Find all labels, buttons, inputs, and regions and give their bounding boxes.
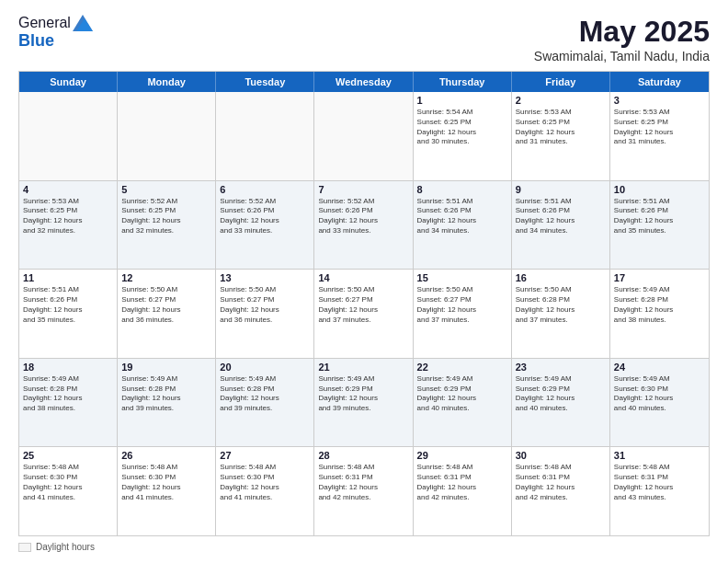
calendar-cell: 21Sunrise: 5:49 AM Sunset: 6:29 PM Dayli… [314, 359, 413, 447]
calendar-cell: 8Sunrise: 5:51 AM Sunset: 6:26 PM Daylig… [414, 181, 512, 270]
day-number: 29 [417, 450, 507, 461]
day-number: 24 [614, 362, 705, 373]
cell-info: Sunrise: 5:51 AM Sunset: 6:26 PM Dayligh… [417, 197, 507, 236]
day-number: 21 [318, 362, 408, 373]
day-number: 14 [318, 272, 408, 283]
page: General Blue May 2025 Swamimalai, Tamil … [0, 0, 728, 563]
cell-info: Sunrise: 5:50 AM Sunset: 6:27 PM Dayligh… [318, 285, 408, 325]
cell-info: Sunrise: 5:53 AM Sunset: 6:25 PM Dayligh… [614, 108, 705, 147]
calendar: Sunday Monday Tuesday Wednesday Thursday… [18, 71, 710, 536]
cell-info: Sunrise: 5:54 AM Sunset: 6:25 PM Dayligh… [417, 108, 507, 147]
day-number: 26 [121, 450, 211, 461]
cell-info: Sunrise: 5:48 AM Sunset: 6:30 PM Dayligh… [121, 463, 211, 502]
cell-info: Sunrise: 5:49 AM Sunset: 6:30 PM Dayligh… [614, 374, 705, 414]
cell-info: Sunrise: 5:49 AM Sunset: 6:28 PM Dayligh… [121, 374, 211, 414]
calendar-cell: 9Sunrise: 5:51 AM Sunset: 6:26 PM Daylig… [512, 181, 610, 270]
calendar-cell [19, 92, 118, 180]
calendar-body: 1Sunrise: 5:54 AM Sunset: 6:25 PM Daylig… [19, 92, 709, 535]
cell-info: Sunrise: 5:51 AM Sunset: 6:26 PM Dayligh… [23, 285, 113, 325]
calendar-row-2: 4Sunrise: 5:53 AM Sunset: 6:25 PM Daylig… [19, 181, 709, 270]
day-number: 10 [614, 184, 705, 195]
cell-info: Sunrise: 5:49 AM Sunset: 6:28 PM Dayligh… [220, 374, 310, 414]
calendar-row-5: 25Sunrise: 5:48 AM Sunset: 6:30 PM Dayli… [19, 447, 709, 535]
calendar-cell: 25Sunrise: 5:48 AM Sunset: 6:30 PM Dayli… [19, 447, 118, 535]
cell-info: Sunrise: 5:50 AM Sunset: 6:27 PM Dayligh… [417, 285, 507, 325]
cell-info: Sunrise: 5:50 AM Sunset: 6:27 PM Dayligh… [220, 285, 310, 325]
calendar-cell: 12Sunrise: 5:50 AM Sunset: 6:27 PM Dayli… [118, 270, 216, 358]
calendar-header: Sunday Monday Tuesday Wednesday Thursday… [19, 72, 709, 92]
day-number: 8 [417, 184, 507, 195]
day-number: 2 [516, 95, 606, 106]
calendar-cell: 10Sunrise: 5:51 AM Sunset: 6:26 PM Dayli… [610, 181, 709, 270]
day-number: 15 [417, 272, 507, 283]
logo-general-text: General [18, 15, 71, 31]
cell-info: Sunrise: 5:51 AM Sunset: 6:26 PM Dayligh… [614, 197, 705, 236]
day-number: 11 [23, 272, 113, 283]
day-number: 1 [417, 95, 507, 106]
day-number: 7 [318, 184, 408, 195]
calendar-cell: 11Sunrise: 5:51 AM Sunset: 6:26 PM Dayli… [19, 270, 118, 358]
cell-info: Sunrise: 5:51 AM Sunset: 6:26 PM Dayligh… [516, 197, 606, 236]
calendar-cell: 4Sunrise: 5:53 AM Sunset: 6:25 PM Daylig… [19, 181, 118, 270]
header-saturday: Saturday [610, 72, 709, 92]
calendar-row-3: 11Sunrise: 5:51 AM Sunset: 6:26 PM Dayli… [19, 270, 709, 359]
calendar-cell: 27Sunrise: 5:48 AM Sunset: 6:30 PM Dayli… [216, 447, 314, 535]
day-number: 25 [23, 450, 113, 461]
day-number: 19 [121, 362, 211, 373]
header-sunday: Sunday [19, 72, 118, 92]
calendar-cell: 14Sunrise: 5:50 AM Sunset: 6:27 PM Dayli… [314, 270, 413, 358]
cell-info: Sunrise: 5:53 AM Sunset: 6:25 PM Dayligh… [516, 108, 606, 147]
logo: General Blue [18, 15, 93, 51]
calendar-cell: 2Sunrise: 5:53 AM Sunset: 6:25 PM Daylig… [512, 92, 610, 180]
header: General Blue May 2025 Swamimalai, Tamil … [18, 15, 710, 63]
cell-info: Sunrise: 5:48 AM Sunset: 6:30 PM Dayligh… [23, 463, 113, 502]
cell-info: Sunrise: 5:52 AM Sunset: 6:26 PM Dayligh… [220, 197, 310, 236]
calendar-cell: 13Sunrise: 5:50 AM Sunset: 6:27 PM Dayli… [216, 270, 314, 358]
calendar-cell: 23Sunrise: 5:49 AM Sunset: 6:29 PM Dayli… [512, 359, 610, 447]
cell-info: Sunrise: 5:48 AM Sunset: 6:31 PM Dayligh… [318, 463, 408, 502]
cell-info: Sunrise: 5:49 AM Sunset: 6:28 PM Dayligh… [614, 285, 705, 325]
day-number: 23 [516, 362, 606, 373]
header-tuesday: Tuesday [216, 72, 314, 92]
calendar-cell: 6Sunrise: 5:52 AM Sunset: 6:26 PM Daylig… [216, 181, 314, 270]
day-number: 28 [318, 450, 408, 461]
calendar-cell: 1Sunrise: 5:54 AM Sunset: 6:25 PM Daylig… [414, 92, 512, 180]
calendar-cell [216, 92, 314, 180]
cell-info: Sunrise: 5:50 AM Sunset: 6:27 PM Dayligh… [121, 285, 211, 325]
header-thursday: Thursday [414, 72, 512, 92]
calendar-cell: 20Sunrise: 5:49 AM Sunset: 6:28 PM Dayli… [216, 359, 314, 447]
day-number: 5 [121, 184, 211, 195]
calendar-row-4: 18Sunrise: 5:49 AM Sunset: 6:28 PM Dayli… [19, 359, 709, 448]
day-number: 16 [516, 272, 606, 283]
header-wednesday: Wednesday [314, 72, 413, 92]
header-friday: Friday [512, 72, 610, 92]
cell-info: Sunrise: 5:48 AM Sunset: 6:30 PM Dayligh… [220, 463, 310, 502]
cell-info: Sunrise: 5:49 AM Sunset: 6:29 PM Dayligh… [417, 374, 507, 414]
calendar-cell: 31Sunrise: 5:48 AM Sunset: 6:31 PM Dayli… [610, 447, 709, 535]
day-number: 30 [516, 450, 606, 461]
calendar-cell [314, 92, 413, 180]
cell-info: Sunrise: 5:48 AM Sunset: 6:31 PM Dayligh… [516, 463, 606, 502]
calendar-cell: 28Sunrise: 5:48 AM Sunset: 6:31 PM Dayli… [314, 447, 413, 535]
day-number: 20 [220, 362, 310, 373]
calendar-cell: 7Sunrise: 5:52 AM Sunset: 6:26 PM Daylig… [314, 181, 413, 270]
calendar-cell: 22Sunrise: 5:49 AM Sunset: 6:29 PM Dayli… [414, 359, 512, 447]
calendar-cell: 24Sunrise: 5:49 AM Sunset: 6:30 PM Dayli… [610, 359, 709, 447]
title-block: May 2025 Swamimalai, Tamil Nadu, India [534, 15, 710, 63]
day-number: 18 [23, 362, 113, 373]
cell-info: Sunrise: 5:48 AM Sunset: 6:31 PM Dayligh… [417, 463, 507, 502]
calendar-cell: 26Sunrise: 5:48 AM Sunset: 6:30 PM Dayli… [118, 447, 216, 535]
calendar-cell: 18Sunrise: 5:49 AM Sunset: 6:28 PM Dayli… [19, 359, 118, 447]
cell-info: Sunrise: 5:49 AM Sunset: 6:29 PM Dayligh… [318, 374, 408, 414]
calendar-cell [118, 92, 216, 180]
calendar-cell: 5Sunrise: 5:52 AM Sunset: 6:25 PM Daylig… [118, 181, 216, 270]
cell-info: Sunrise: 5:49 AM Sunset: 6:28 PM Dayligh… [23, 374, 113, 414]
cell-info: Sunrise: 5:48 AM Sunset: 6:31 PM Dayligh… [614, 463, 705, 502]
day-number: 12 [121, 272, 211, 283]
cell-info: Sunrise: 5:52 AM Sunset: 6:25 PM Dayligh… [121, 197, 211, 236]
logo-icon [73, 15, 93, 31]
day-number: 4 [23, 184, 113, 195]
daylight-legend-label: Daylight hours [36, 542, 95, 552]
logo-blue-text: Blue [18, 31, 93, 51]
calendar-cell: 16Sunrise: 5:50 AM Sunset: 6:28 PM Dayli… [512, 270, 610, 358]
